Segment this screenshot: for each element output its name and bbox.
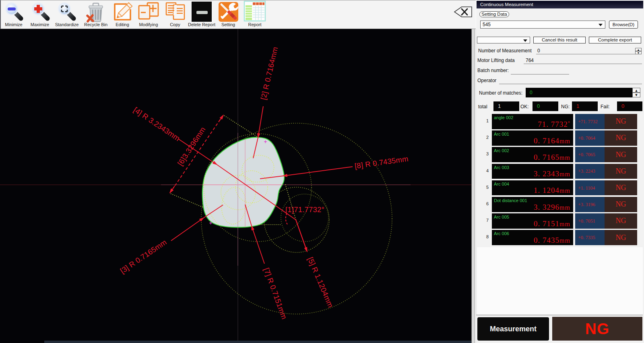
svg-text:[7] R 0.7151mm: [7] R 0.7151mm (262, 267, 289, 320)
svg-text:[2] R 0.7164mm: [2] R 0.7164mm (259, 46, 279, 101)
svg-text:[3] R 0.7165mm: [3] R 0.7165mm (118, 238, 168, 275)
svg-text:[6]3.3296mm: [6]3.3296mm (176, 125, 207, 167)
svg-text:[8] R 0.7435mm: [8] R 0.7435mm (354, 154, 409, 170)
svg-text:[5] R 1.1204mm: [5] R 1.1204mm (306, 256, 335, 309)
svg-text:[4] R 3.2343mm: [4] R 3.2343mm (132, 105, 182, 143)
svg-text:[1]71.7732°: [1]71.7732° (285, 205, 324, 214)
